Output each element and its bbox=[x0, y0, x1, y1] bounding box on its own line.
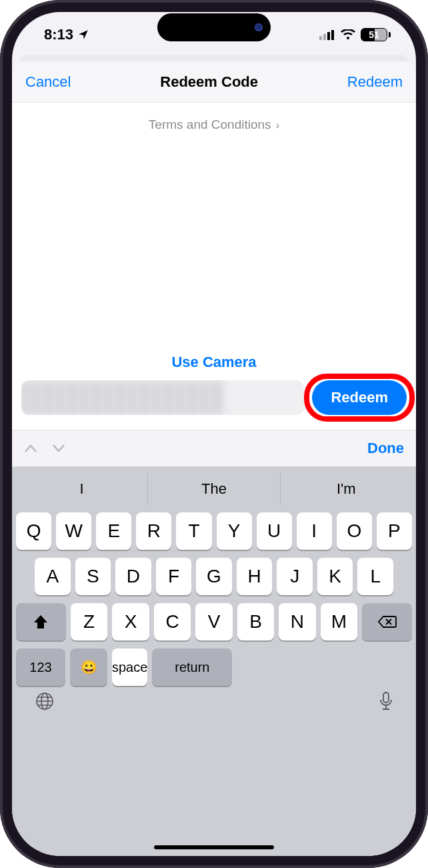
numeric-key[interactable]: 123 bbox=[16, 648, 65, 686]
keyboard-bottom-row bbox=[16, 686, 412, 715]
key-y[interactable]: Y bbox=[217, 512, 252, 550]
suggestion-3[interactable]: I'm bbox=[280, 472, 412, 506]
keyboard-accessory-bar: Done bbox=[12, 430, 416, 467]
redeem-button-highlight: Redeem bbox=[312, 380, 407, 415]
location-icon bbox=[77, 29, 89, 41]
return-key[interactable]: return bbox=[152, 648, 232, 686]
key-q[interactable]: Q bbox=[16, 512, 51, 550]
key-o[interactable]: O bbox=[337, 512, 372, 550]
status-time: 8:13 bbox=[44, 26, 73, 43]
backspace-key[interactable] bbox=[362, 603, 412, 640]
sheet-nav-bar: Cancel Redeem Code Redeem bbox=[12, 61, 416, 103]
emoji-key[interactable]: 😀 bbox=[70, 648, 107, 686]
terms-and-conditions-link[interactable]: Terms and Conditions › bbox=[12, 103, 416, 139]
key-c[interactable]: C bbox=[154, 603, 191, 640]
key-j[interactable]: J bbox=[277, 558, 313, 595]
home-indicator[interactable] bbox=[154, 845, 274, 849]
globe-icon[interactable] bbox=[35, 691, 55, 714]
key-n[interactable]: N bbox=[279, 603, 315, 640]
suggestion-bar: I The I'm bbox=[16, 472, 412, 506]
dynamic-island bbox=[157, 13, 271, 41]
next-field-button[interactable] bbox=[52, 444, 65, 453]
cancel-button[interactable]: Cancel bbox=[25, 73, 71, 91]
key-w[interactable]: W bbox=[56, 512, 91, 550]
key-row-2: A S D F G H J K L bbox=[16, 558, 412, 595]
key-row-4: 123 😀 space return bbox=[16, 648, 412, 686]
suggestion-1[interactable]: I bbox=[16, 472, 147, 506]
key-g[interactable]: G bbox=[196, 558, 232, 595]
sheet-title: Redeem Code bbox=[160, 73, 258, 91]
key-m[interactable]: M bbox=[321, 603, 357, 640]
space-key[interactable]: space bbox=[112, 648, 147, 686]
keyboard-done-button[interactable]: Done bbox=[367, 440, 404, 457]
key-x[interactable]: X bbox=[112, 603, 149, 640]
battery-percent: 51 bbox=[369, 29, 379, 40]
onscreen-keyboard: I The I'm Q W E R T Y U I O P A S D F bbox=[12, 467, 416, 856]
status-left: 8:13 bbox=[44, 26, 89, 43]
suggestion-2[interactable]: The bbox=[147, 472, 279, 506]
code-entry-row: Redeem bbox=[12, 380, 416, 415]
key-p[interactable]: P bbox=[377, 512, 412, 550]
key-z[interactable]: Z bbox=[71, 603, 107, 640]
sheet-body: Terms and Conditions › Use Camera Redeem bbox=[12, 103, 416, 430]
key-b[interactable]: B bbox=[237, 603, 274, 640]
redacted-code-overlay bbox=[21, 380, 225, 415]
form-nav-arrows bbox=[24, 444, 65, 453]
key-l[interactable]: L bbox=[357, 558, 393, 595]
key-row-3: Z X C V B N M bbox=[16, 603, 412, 640]
redeem-nav-button[interactable]: Redeem bbox=[347, 73, 403, 91]
key-r[interactable]: R bbox=[136, 512, 171, 550]
cellular-signal-icon bbox=[319, 29, 335, 40]
svg-rect-3 bbox=[331, 30, 334, 40]
key-v[interactable]: V bbox=[195, 603, 232, 640]
camera-dot bbox=[255, 23, 263, 31]
key-k[interactable]: K bbox=[317, 558, 353, 595]
content-spacer bbox=[12, 139, 416, 354]
redeem-code-sheet: Cancel Redeem Code Redeem Terms and Cond… bbox=[12, 61, 416, 430]
svg-rect-1 bbox=[323, 34, 326, 40]
key-h[interactable]: H bbox=[237, 558, 273, 595]
key-t[interactable]: T bbox=[176, 512, 211, 550]
wifi-icon bbox=[341, 29, 355, 40]
key-e[interactable]: E bbox=[96, 512, 131, 550]
battery-icon: 51 bbox=[361, 28, 391, 41]
key-d[interactable]: D bbox=[115, 558, 151, 595]
previous-field-button[interactable] bbox=[24, 444, 37, 453]
shift-key[interactable] bbox=[16, 603, 66, 640]
key-s[interactable]: S bbox=[75, 558, 111, 595]
dictation-icon[interactable] bbox=[379, 691, 393, 714]
key-f[interactable]: F bbox=[156, 558, 192, 595]
screen: 8:13 51 Cancel bbox=[12, 12, 416, 856]
key-a[interactable]: A bbox=[35, 558, 71, 595]
key-u[interactable]: U bbox=[257, 512, 292, 550]
status-right: 51 bbox=[319, 28, 391, 41]
svg-rect-6 bbox=[383, 693, 389, 703]
code-input[interactable] bbox=[21, 380, 304, 415]
key-row-1: Q W E R T Y U I O P bbox=[16, 512, 412, 550]
chevron-right-icon: › bbox=[276, 119, 279, 131]
terms-label: Terms and Conditions bbox=[149, 117, 271, 131]
svg-rect-0 bbox=[319, 36, 322, 40]
redeem-button[interactable]: Redeem bbox=[312, 380, 407, 415]
key-i[interactable]: I bbox=[297, 512, 332, 550]
iphone-device-frame: 8:13 51 Cancel bbox=[0, 0, 428, 868]
svg-rect-2 bbox=[327, 32, 330, 40]
